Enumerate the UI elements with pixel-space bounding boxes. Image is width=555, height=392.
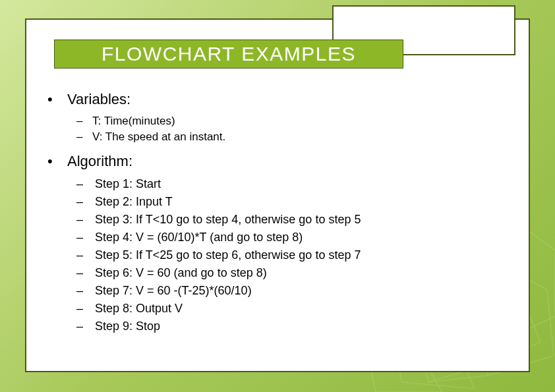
list-item: –Step 6: V = 60 (and go to step 8) xyxy=(76,264,515,282)
list-item-text: Step 3: If T<10 go to step 4, otherwise … xyxy=(95,211,361,229)
list-item-text: Step 1: Start xyxy=(95,175,161,193)
section-heading: • Variables: xyxy=(47,91,515,108)
dash-icon: – xyxy=(76,113,92,129)
dash-icon: – xyxy=(76,318,95,335)
list-item: –Step 5: If T<25 go to step 6, otherwise… xyxy=(76,246,515,264)
slide-title: FLOWCHART EXAMPLES xyxy=(102,43,356,65)
dash-icon: – xyxy=(76,129,92,145)
list-item: – V: The speed at an instant. xyxy=(76,129,515,145)
dash-icon: – xyxy=(76,282,95,300)
dash-icon: – xyxy=(76,175,95,193)
dash-icon: – xyxy=(76,264,95,282)
dash-icon: – xyxy=(76,211,95,229)
list-item: – T: Time(minutes) xyxy=(76,113,515,129)
variables-list: – T: Time(minutes) – V: The speed at an … xyxy=(76,113,515,145)
list-item-text: T: Time(minutes) xyxy=(92,113,175,129)
list-item: –Step 3: If T<10 go to step 4, otherwise… xyxy=(76,211,515,229)
list-item: –Step 2: Input T xyxy=(76,193,515,211)
algorithm-list: –Step 1: Start –Step 2: Input T –Step 3:… xyxy=(76,175,515,335)
list-item-text: Step 8: Output V xyxy=(95,300,183,318)
bullet-icon: • xyxy=(47,91,67,108)
dash-icon: – xyxy=(76,246,95,264)
dash-icon: – xyxy=(76,193,95,211)
content-area: • Variables: – T: Time(minutes) – V: The… xyxy=(47,91,515,335)
dash-icon: – xyxy=(76,229,95,246)
list-item-text: V: The speed at an instant. xyxy=(92,129,225,145)
list-item-text: Step 7: V = 60 -(T-25)*(60/10) xyxy=(95,282,252,300)
title-bar: FLOWCHART EXAMPLES xyxy=(54,40,403,69)
list-item: –Step 9: Stop xyxy=(76,318,515,335)
dash-icon: – xyxy=(76,300,95,318)
list-item-text: Step 4: V = (60/10)*T (and go to step 8) xyxy=(95,229,303,246)
list-item: –Step 7: V = 60 -(T-25)*(60/10) xyxy=(76,282,515,300)
list-item-text: Step 6: V = 60 (and go to step 8) xyxy=(95,264,267,282)
svg-line-2 xyxy=(428,376,488,382)
list-item: –Step 4: V = (60/10)*T (and go to step 8… xyxy=(76,229,515,246)
section-heading: • Algorithm: xyxy=(47,153,515,170)
list-item: –Step 1: Start xyxy=(76,175,515,193)
list-item-text: Step 5: If T<25 go to step 6, otherwise … xyxy=(95,246,361,264)
list-item-text: Step 9: Stop xyxy=(95,318,160,335)
section-heading-text: Variables: xyxy=(67,91,131,108)
section-heading-text: Algorithm: xyxy=(67,153,132,170)
list-item-text: Step 2: Input T xyxy=(95,193,173,211)
list-item: –Step 8: Output V xyxy=(76,300,515,318)
bullet-icon: • xyxy=(47,153,67,170)
